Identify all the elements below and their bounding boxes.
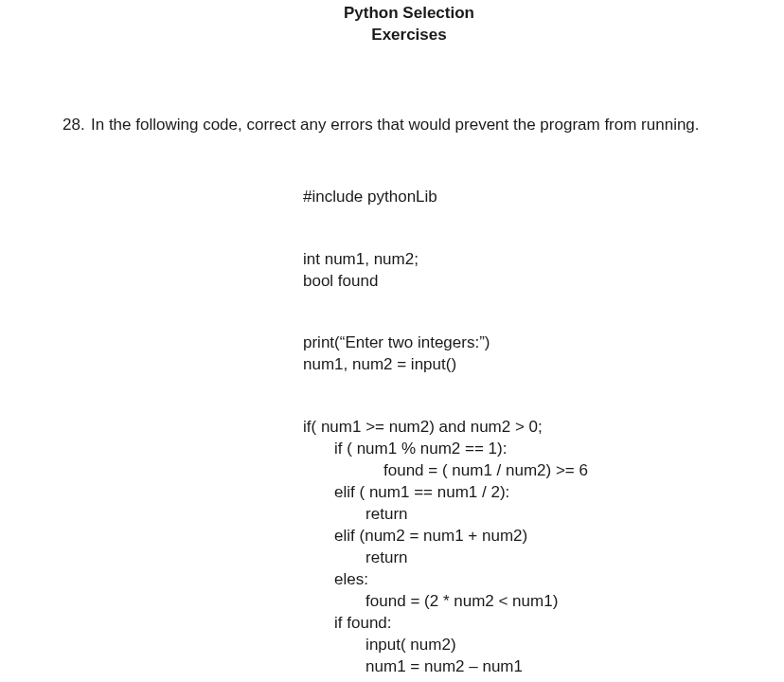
code-line: if found:	[303, 614, 392, 632]
page-title: Python Selection Exercises	[314, 0, 504, 46]
code-line: return	[303, 505, 408, 523]
code-line: bool found	[303, 272, 378, 290]
code-line: found = (2 * num2 < num1)	[303, 592, 558, 610]
code-line: num1, num2 = input()	[303, 355, 456, 373]
question-row: 28. In the following code, correct any e…	[62, 115, 784, 136]
code-line: elif (num2 = num1 + num2)	[303, 527, 527, 545]
code-line: input( num2)	[303, 636, 456, 654]
code-line: print(“Enter two integers:”)	[303, 333, 490, 351]
code-line: num1 = num2 – num1	[303, 657, 523, 675]
code-line: if ( num1 % num2 == 1):	[303, 440, 507, 458]
code-line: return	[303, 548, 408, 566]
question-text: In the following code, correct any error…	[91, 115, 784, 136]
code-line: eles:	[303, 570, 368, 588]
code-line: temp = (num1 + num2) / 10	[303, 679, 561, 683]
code-block: #include pythonLib int num1, num2; bool …	[303, 165, 784, 682]
code-line: found = ( num1 / num2) >= 6	[303, 461, 588, 479]
code-line: int num1, num2;	[303, 250, 419, 268]
code-line: if( num1 >= num2) and num2 > 0;	[303, 418, 543, 436]
question-number: 28.	[62, 115, 91, 136]
code-line: #include pythonLib	[303, 188, 437, 206]
question-block: 28. In the following code, correct any e…	[0, 115, 784, 136]
code-line: elif ( num1 == num1 / 2):	[303, 483, 509, 501]
